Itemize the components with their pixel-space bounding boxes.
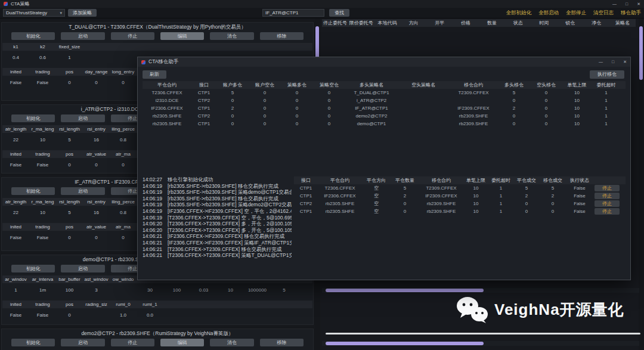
- log-time: 14:06:21: [143, 233, 168, 240]
- init-column-header[interactable]: 移仓合约: [449, 81, 498, 89]
- strategy-edit-button[interactable]: 编辑: [160, 32, 204, 40]
- strategy-remove-button[interactable]: 移除: [260, 32, 304, 40]
- row-stop-button[interactable]: 停止: [595, 193, 620, 199]
- order-column-header[interactable]: 价格: [453, 19, 479, 27]
- exec-column-header[interactable]: 单笔上限: [463, 176, 488, 184]
- maximize-icon[interactable]: □: [626, 2, 628, 7]
- param-header-row: k1k2fixed_size: [2, 43, 312, 51]
- strategy-start-button[interactable]: 启动: [61, 114, 104, 122]
- order-column-header[interactable]: 限价委托号: [348, 19, 374, 27]
- strategy-start-button[interactable]: 启动: [61, 339, 104, 346]
- toolbar-action-2[interactable]: 全部启动: [538, 10, 559, 17]
- strategy-class-select[interactable]: DualThrustStrategy ▾: [3, 9, 65, 17]
- order-column-header[interactable]: 本地代码: [374, 19, 401, 27]
- init-table-cell: [398, 89, 449, 97]
- row-stop-button[interactable]: 停止: [595, 200, 620, 207]
- exec-column-header[interactable]: 接口: [294, 176, 318, 184]
- strategy-search-input[interactable]: [262, 9, 324, 17]
- order-column-header[interactable]: 停止委托号: [322, 19, 348, 27]
- strategy-init-button[interactable]: 初始化: [11, 187, 55, 195]
- dialog-minimize-icon[interactable]: —: [599, 60, 603, 64]
- order-table-hscrollbar-thumb[interactable]: [326, 289, 484, 292]
- exec-column-header[interactable]: 移仓成交: [540, 176, 566, 184]
- init-column-header[interactable]: 多头移仓: [498, 81, 530, 89]
- variable-header-cell: pos: [56, 223, 83, 231]
- close-icon[interactable]: ✕: [637, 2, 640, 7]
- exec-table-cell: 2: [540, 192, 566, 200]
- order-column-header[interactable]: 数量: [479, 19, 505, 27]
- toolbar-action-4[interactable]: 清空日志: [593, 10, 614, 17]
- exec-column-header[interactable]: 委托超时: [488, 176, 513, 184]
- init-table-cell: i2310.DCE: [143, 97, 191, 104]
- init-column-header[interactable]: 账户空仓: [249, 81, 281, 89]
- log-entry: 14:06:19[T2306.CFFEX->T2309.CFFEX] 空，平仓，…: [143, 215, 292, 221]
- strategy-stop-button[interactable]: 停止: [111, 32, 154, 40]
- init-table-cell: CTP1: [191, 120, 216, 128]
- row-stop-button[interactable]: 停止: [595, 208, 620, 215]
- variable-value-cell: 0.0: [137, 311, 163, 319]
- find-button[interactable]: 查找: [329, 9, 349, 17]
- order-column-header[interactable]: 策略名: [609, 19, 636, 27]
- init-column-header[interactable]: 接口: [191, 81, 216, 89]
- strategy-start-button[interactable]: 启动: [61, 265, 104, 272]
- strategy-init-button[interactable]: 初始化: [11, 114, 55, 122]
- log-time: 14:06:20: [143, 227, 168, 234]
- dialog-maximize-icon[interactable]: □: [612, 60, 614, 64]
- toolbar-action-1[interactable]: 全部初始化: [506, 10, 532, 17]
- order-column-header[interactable]: 锁仓: [557, 19, 583, 27]
- exec-column-header[interactable]: 平仓合约: [318, 176, 362, 184]
- cta-strategy-window: CTA策略 — □ ✕ DualThrustStrategy ▾ 添加策略 查找…: [0, 0, 644, 350]
- init-column-header[interactable]: 账户多仓: [216, 81, 249, 89]
- strategy-init-button[interactable]: 初始化: [11, 265, 55, 272]
- init-table-cell: demo@CTP1: [345, 120, 398, 128]
- order-column-header[interactable]: 状态: [505, 19, 531, 27]
- strategy-stop-button[interactable]: 停止: [111, 339, 154, 346]
- init-column-header[interactable]: 策略多仓: [281, 81, 313, 89]
- bottom-hscrollbar-thumb[interactable]: [326, 342, 484, 345]
- param-header-cell: fixed_size: [56, 43, 83, 51]
- init-table-cell: 0: [313, 104, 345, 112]
- init-table-cell: 0: [530, 112, 562, 120]
- init-column-header[interactable]: 委托超时: [592, 81, 621, 89]
- variable-value-cell: 0: [56, 234, 83, 241]
- right-panel-scrollbar-thumb[interactable]: [639, 26, 643, 80]
- exec-column-header[interactable]: 平仓数量: [391, 176, 419, 184]
- minimize-icon[interactable]: —: [612, 2, 617, 7]
- init-column-header[interactable]: 多头策略名: [345, 81, 398, 89]
- dialog-close-icon[interactable]: ✕: [623, 60, 627, 64]
- strategy-edit-button[interactable]: 编辑: [160, 339, 204, 346]
- strategy-start-button[interactable]: 启动: [61, 32, 104, 40]
- dialog-titlebar[interactable]: CTA移仓助手 — □ ✕: [138, 57, 630, 67]
- refresh-button[interactable]: 刷新: [143, 70, 166, 79]
- order-column-header[interactable]: 方向: [400, 19, 426, 27]
- watermark: VeighNa开源量化: [456, 296, 624, 323]
- exec-column-header[interactable]: 平仓方向: [362, 176, 391, 184]
- init-table-cell: rb2305.SHFE: [143, 120, 191, 128]
- add-strategy-button[interactable]: 添加策略: [68, 9, 97, 17]
- order-column-header[interactable]: 净仓: [583, 19, 609, 27]
- variable-header-cell: atr_value: [83, 150, 110, 158]
- row-stop-button[interactable]: 停止: [595, 185, 620, 191]
- init-column-header[interactable]: 单笔上限: [562, 81, 592, 89]
- order-column-header[interactable]: 时间: [531, 19, 558, 27]
- exec-column-header[interactable]: 执行状态: [566, 176, 593, 184]
- init-column-header[interactable]: 空头移仓: [530, 81, 562, 89]
- execute-roll-button[interactable]: 执行移仓: [590, 70, 624, 79]
- strategy-clear-button[interactable]: 清仓: [210, 32, 253, 40]
- init-column-header[interactable]: 策略空仓: [313, 81, 345, 89]
- toolbar-action-5[interactable]: 移仓助手: [621, 10, 641, 17]
- log-entry: 14:06:19[IF2306.CFFEX->IF2309.CFFEX] 空，平…: [143, 208, 292, 215]
- exec-column-header[interactable]: 平仓成交: [513, 176, 540, 184]
- order-column-header[interactable]: 开平: [426, 19, 453, 27]
- param-header-cell: r_ma_leng: [29, 198, 56, 206]
- strategy-clear-button[interactable]: 清仓: [210, 339, 253, 346]
- exec-column-header[interactable]: 移仓合约: [419, 176, 463, 184]
- strategy-start-button[interactable]: 启动: [61, 187, 104, 195]
- toolbar-action-3[interactable]: 全部停止: [566, 10, 586, 17]
- init-column-header[interactable]: 空头策略名: [398, 81, 449, 89]
- init-column-header[interactable]: 平仓合约: [143, 81, 191, 89]
- strategy-init-button[interactable]: 初始化: [11, 32, 55, 40]
- strategy-remove-button[interactable]: 移除: [260, 339, 304, 346]
- strategy-init-button[interactable]: 初始化: [11, 339, 55, 346]
- window-titlebar[interactable]: CTA策略 — □ ✕: [0, 0, 644, 8]
